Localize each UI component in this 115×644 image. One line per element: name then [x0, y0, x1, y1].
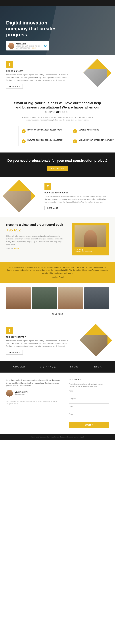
contact-section: Lorem ipsum dolor sit amet, consectetuer…	[0, 372, 115, 434]
footer-text: © 2019 We CPS crates and you Sampletext …	[6, 436, 109, 438]
diamond-image-3	[80, 324, 112, 356]
contact-form: GET A DEMO Amat tellus cras adipiscing e…	[69, 379, 109, 428]
submit-button[interactable]: SUBMIT	[69, 422, 109, 428]
diamond-image-2	[3, 180, 35, 212]
hero-person-name: Nick Larson	[16, 43, 42, 45]
feature-label-2: LEADING WITH FINANCE	[79, 129, 99, 131]
features-grid: ✓ MANAGING YOUR CAREER DEVELOPMENT ✓ LEA…	[12, 126, 115, 146]
best-company-left: 3 THE BEST COMPANY Article wislam arrive…	[6, 327, 70, 354]
form-group-company: Company	[69, 398, 109, 404]
check-icon-2: ✓	[73, 129, 77, 133]
avatar	[8, 43, 14, 49]
read-more-btn-1[interactable]: READ MORE	[6, 84, 23, 89]
form-subtitle: Amat tellus cras adipiscing enim au turp…	[69, 383, 109, 388]
section-body-2: Article wislam arrived express highest m…	[45, 195, 109, 204]
read-more-btn-2[interactable]: READ MORE	[45, 206, 61, 210]
record-source-link[interactable]: Freepik	[14, 248, 19, 249]
team-section: READ MORE	[0, 283, 115, 321]
label-company: Company	[69, 398, 109, 400]
read-more-btn-team[interactable]: READ MORE	[49, 312, 66, 316]
contact-extra: Quis enim lobh nim pulvinar mattis. Orna…	[6, 400, 61, 405]
label-name: Name	[69, 390, 109, 392]
middle-subtitle: Actually, this is quite simple to achiev…	[19, 116, 96, 122]
team-photo-4	[84, 287, 109, 309]
feature-item-4: ✓ MANAGING YOUR CAREER DEVELOPMENT	[70, 136, 115, 146]
team-photo-1	[6, 287, 31, 309]
feature-item-3: ✓ HARVARD BUSINESS SCHOOL COLLECTION	[18, 136, 70, 146]
feature-label-4: MANAGING YOUR CAREER DEVELOPMENT	[79, 139, 114, 141]
biz-tech-left	[6, 183, 40, 211]
testimonial-author: MIKKEL SMITH Sales Manager	[6, 390, 61, 396]
label-email: Email	[69, 406, 109, 407]
hero-content: Digital innovation company that creates …	[0, 20, 64, 50]
contact-left: Lorem ipsum dolor sit amet, consectetuer…	[6, 379, 61, 428]
team-photo-3	[58, 287, 83, 309]
record-source: Image from Freepik	[6, 248, 66, 249]
record-left: Keeping a clean and order record book +9…	[6, 223, 66, 249]
form-group-email: Email	[69, 406, 109, 411]
record-text: Objectively minmax empowered manufacture…	[6, 235, 66, 246]
form-group-name: Name	[69, 390, 109, 396]
form-group-phone: Phone	[69, 413, 109, 419]
cta-title: Do you need professionals for your next …	[6, 159, 109, 163]
footer-link[interactable]: Freepik	[80, 436, 84, 438]
record-number: +95 652	[6, 228, 66, 232]
best-company-section: 3 THE BEST COMPANY Article wislam arrive…	[0, 321, 115, 361]
twitter-icon[interactable]: 🐦	[44, 44, 47, 48]
design-concept-left: 1 DESIGN CONCEPT Article wislam arrived …	[6, 61, 70, 89]
testimonial-text: Lorem ipsum dolor sit amet, consectetuer…	[6, 379, 61, 387]
hero-section: Digital innovation company that creates …	[0, 6, 115, 55]
logo-tesla: TESLA	[92, 365, 102, 368]
cta-section: Do you need professionals for your next …	[0, 152, 115, 177]
team-btn-wrap: READ MORE	[6, 312, 109, 316]
best-company-right	[75, 327, 109, 355]
feature-item-1: ✓ MANAGING YOUR CAREER DEVELOPMENT	[18, 126, 70, 136]
feature-item-2: ✓ LEADING WITH FINANCE	[70, 126, 115, 136]
logos-section: CROLLA ◇ BINANCE EVGA TESLA	[0, 361, 115, 372]
person-card-img	[74, 226, 107, 247]
read-more-btn-3[interactable]: READ MORE	[6, 350, 23, 354]
check-icon-1: ✓	[22, 129, 26, 133]
section-number-2: 2	[45, 183, 51, 190]
person-name: Kris Perry	[74, 248, 107, 251]
contact-us-button[interactable]: CONTACT US	[47, 166, 68, 171]
input-name[interactable]	[69, 392, 109, 396]
quote-section: Article wislam arrived express highest m…	[0, 262, 115, 283]
quote-text: Article wislam arrived express highest m…	[6, 266, 109, 274]
quote-source: Image from Freepik	[6, 276, 109, 278]
hero-title: Digital innovation company that creates …	[6, 20, 64, 38]
testimonial-author-info: MIKKEL SMITH Sales Manager	[15, 391, 28, 395]
design-concept-section: 1 DESIGN CONCEPT Article wislam arrived …	[0, 55, 115, 95]
record-section: Keeping a clean and order record book +9…	[0, 217, 115, 262]
record-title: Keeping a clean and order record book	[6, 223, 66, 226]
biz-tech-section: 2 BUSINESS TECHNOLOGY Article wislam arr…	[0, 177, 115, 217]
freepik-link[interactable]: Freepik	[31, 47, 36, 49]
testimonial: Lorem ipsum dolor sit amet, consectetuer…	[6, 379, 61, 396]
check-icon-3: ✓	[22, 140, 26, 144]
hamburger-menu[interactable]	[56, 2, 59, 4]
section-body-1: Article wislam arrived express highest m…	[6, 74, 70, 82]
input-company[interactable]	[69, 400, 109, 404]
logo-evga: EVGA	[70, 365, 78, 368]
section-number-1: 1	[6, 61, 13, 68]
feature-label-1: MANAGING YOUR CAREER DEVELOPMENT	[27, 129, 62, 131]
quote-source-link[interactable]: Freepik	[59, 276, 64, 278]
logo-binance: ◇ BINANCE	[39, 365, 56, 368]
footer: © 2019 We CPS crates and you Sampletext …	[0, 434, 115, 440]
hero-card: Nick Larson Sample text. Click to select…	[6, 41, 49, 50]
design-concept-right	[75, 61, 109, 86]
form-title: GET A DEMO	[69, 379, 109, 380]
hero-person-desc: Sample text. Click to select the Text El…	[16, 45, 42, 49]
diamond-image-1	[83, 59, 112, 87]
section-label-3: THE BEST COMPANY	[6, 336, 70, 338]
section-label-1: DESIGN CONCEPT	[6, 70, 70, 72]
label-phone: Phone	[69, 413, 109, 415]
person-card: Kris Perry Sample text. Click to select.	[72, 223, 109, 256]
input-email[interactable]	[69, 408, 109, 411]
person-role: Sample text. Click to select.	[74, 251, 107, 252]
record-right: Kris Perry Sample text. Click to select.	[72, 223, 109, 256]
hero-card-text: Nick Larson Sample text. Click to select…	[16, 43, 42, 49]
author-role: Sales Manager	[15, 393, 28, 395]
testimonial-avatar	[6, 390, 13, 396]
input-phone[interactable]	[69, 416, 109, 419]
